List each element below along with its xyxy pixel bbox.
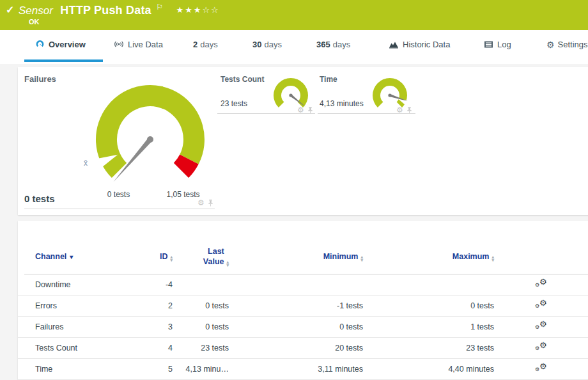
- id-cell: 4: [114, 344, 173, 352]
- divider: [24, 209, 215, 209]
- pin-icon[interactable]: [406, 107, 412, 114]
- gauge-needle-hub: [388, 93, 391, 97]
- channel-name-cell[interactable]: Tests Count: [35, 344, 114, 352]
- tab-30-days[interactable]: 30days: [252, 40, 282, 49]
- priority-stars[interactable]: ★★★☆☆: [176, 5, 220, 15]
- channel-settings-icon[interactable]: ⚙⚙: [535, 363, 548, 374]
- column-header-channel[interactable]: Channel▾: [35, 252, 114, 261]
- tab-historic-data[interactable]: Historic Data: [389, 40, 450, 51]
- channel-name-cell[interactable]: Time: [35, 365, 114, 374]
- column-label: ID: [160, 252, 168, 261]
- tab-unit: days: [333, 40, 350, 49]
- tests-count-value: 23 tests: [220, 99, 247, 108]
- tab-unit: days: [264, 40, 281, 49]
- last-value-cell: 0 tests: [173, 301, 229, 310]
- channel-settings-icon[interactable]: ⚙⚙: [535, 342, 548, 353]
- column-label: Value: [203, 257, 224, 266]
- sensor-title-line: Sensor HTTP Push Data ⚐ ★★★☆☆: [19, 3, 220, 17]
- maximum-cell: 23 tests: [363, 344, 494, 352]
- last-value-cell: 23 tests: [173, 344, 229, 352]
- sort-icon: ▴▾: [491, 255, 494, 262]
- sort-desc-icon: ▾: [70, 253, 73, 260]
- maximum-cell: 4,40 minutes: [363, 365, 494, 374]
- table-body: Downtime -4 ⚙⚙ Errors 2 0 tests -1 tests…: [18, 274, 588, 380]
- divider: [217, 113, 315, 114]
- tab-number: 30: [252, 40, 261, 49]
- table-row-errors: Errors 2 0 tests -1 tests 0 tests ⚙⚙: [18, 296, 588, 317]
- tab-2-days[interactable]: 2days: [193, 40, 218, 49]
- column-header-maximum[interactable]: Maximum▴▾: [363, 252, 494, 262]
- gauge-actions: ⚙: [197, 199, 213, 207]
- tab-settings[interactable]: ⚙Settings: [546, 40, 588, 50]
- sensor-header: ✓ Sensor HTTP Push Data ⚐ ★★★☆☆ OK: [0, 0, 588, 30]
- divider: [318, 113, 415, 114]
- pin-icon[interactable]: [307, 107, 313, 114]
- channel-name-cell[interactable]: Downtime: [35, 280, 114, 289]
- last-value-cell: 0 tests: [173, 322, 229, 331]
- tab-label: Historic Data: [403, 40, 450, 49]
- live-data-icon: [114, 40, 124, 51]
- column-header-id[interactable]: ID▴▾: [114, 252, 173, 262]
- tab-log[interactable]: Log: [484, 40, 511, 51]
- sensor-status-text: OK: [29, 18, 40, 26]
- channel-settings-icon[interactable]: ⚙⚙: [535, 278, 548, 290]
- tab-number: 365: [316, 40, 330, 49]
- prtg-sensor-page: ✓ Sensor HTTP Push Data ⚐ ★★★☆☆ OK Overv…: [0, 0, 588, 380]
- column-label: Last: [203, 246, 229, 257]
- gauge-green-arc: [373, 78, 407, 107]
- tab-unit: days: [200, 40, 217, 49]
- settings-icon: ⚙: [546, 40, 555, 50]
- active-tab-indicator: [24, 59, 103, 62]
- log-icon: [484, 40, 493, 51]
- column-header-last-value[interactable]: Last Value▴▾: [173, 246, 229, 267]
- column-header-minimum[interactable]: Minimum▴▾: [229, 252, 363, 262]
- channel-name-cell[interactable]: Failures: [35, 322, 114, 331]
- tests-count-gauge-title: Tests Count: [220, 75, 264, 84]
- minimum-cell: 20 tests: [229, 344, 363, 352]
- minimum-cell: 3,11 minutes: [229, 365, 363, 374]
- pin-icon[interactable]: [208, 200, 213, 207]
- time-value: 4,13 minutes: [320, 99, 364, 108]
- tab-live-data[interactable]: Live Data: [114, 40, 163, 51]
- minimum-cell: 0 tests: [229, 322, 363, 331]
- maximum-cell: 0 tests: [363, 301, 494, 310]
- flag-icon[interactable]: ⚐: [156, 3, 163, 12]
- table-row-tests-count: Tests Count 4 23 tests 20 tests 23 tests…: [18, 338, 588, 359]
- channel-settings-icon[interactable]: ⚙⚙: [535, 299, 548, 311]
- table-row-time: Time 5 4,13 minu… 3,11 minutes 4,40 minu…: [18, 359, 588, 380]
- sensor-title: HTTP Push Data: [60, 4, 151, 17]
- tab-365-days[interactable]: 365days: [316, 40, 350, 49]
- minimum-cell: -1 tests: [229, 301, 363, 310]
- gauge-icon: [35, 40, 45, 51]
- id-cell: 2: [114, 301, 173, 310]
- sensor-kind-label: Sensor: [19, 4, 53, 17]
- id-cell: 3: [114, 322, 173, 331]
- mean-marker-label: x̄: [84, 159, 88, 168]
- channel-name-cell[interactable]: Errors: [35, 301, 114, 310]
- column-label: Maximum: [453, 252, 490, 261]
- gauge-green-arc: [274, 78, 308, 107]
- failures-gauge[interactable]: [89, 79, 211, 200]
- gauges-panel: Failures x̄ 0 tests 1,05 tests 0 tests ⚙…: [18, 67, 588, 215]
- tab-label: Overview: [49, 40, 86, 49]
- last-value-cell: 4,13 minu…: [173, 365, 229, 374]
- table-row-downtime: Downtime -4 ⚙⚙: [18, 274, 588, 296]
- tab-overview[interactable]: Overview: [35, 40, 86, 51]
- tab-number: 2: [193, 40, 197, 49]
- maximum-cell: 1 tests: [363, 322, 494, 331]
- id-cell: 5: [114, 365, 173, 374]
- tab-label: Log: [497, 40, 511, 49]
- id-cell: -4: [114, 280, 173, 289]
- failures-gauge-title: Failures: [24, 74, 56, 84]
- channel-settings-icon[interactable]: ⚙⚙: [535, 321, 548, 332]
- sort-icon: ▴▾: [226, 260, 229, 267]
- time-gauge-title: Time: [320, 75, 337, 84]
- tab-bar: Overview Live Data 2days 30days 365days …: [0, 30, 588, 64]
- column-label: Minimum: [323, 252, 359, 261]
- table-row-failures: Failures 3 0 tests 0 tests 1 tests ⚙⚙: [18, 317, 588, 338]
- historic-data-icon: [389, 40, 399, 51]
- tab-label: Settings: [558, 40, 588, 49]
- gauge-needle-hub: [289, 93, 292, 97]
- failures-current-value: 0 tests: [24, 193, 55, 204]
- gear-icon[interactable]: ⚙: [197, 199, 205, 207]
